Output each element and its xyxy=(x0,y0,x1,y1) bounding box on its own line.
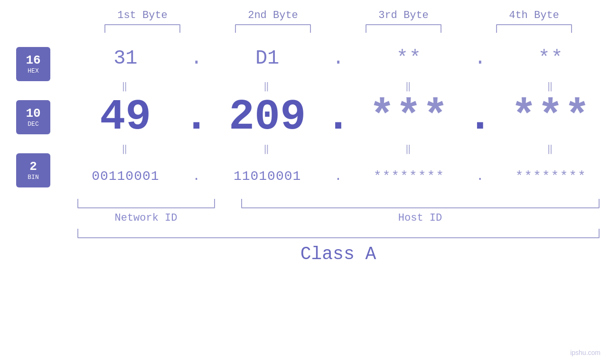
bin-value-1: 00110001 xyxy=(92,169,159,184)
full-bracket xyxy=(77,229,600,238)
hex-cell-4: ** xyxy=(492,47,610,70)
bin-value-4: ******** xyxy=(515,169,586,184)
bin-cell-3: ******** xyxy=(350,169,469,184)
hex-dot-1: . xyxy=(185,47,208,70)
badge-hex-number: 16 xyxy=(26,54,40,66)
equals-5: ‖ xyxy=(66,143,185,155)
hex-dot-3: . xyxy=(468,47,492,70)
equals-1: ‖ xyxy=(66,80,185,92)
hex-value-3: ** xyxy=(396,47,422,70)
byte-header-4: 4th Byte xyxy=(469,9,600,21)
bracket-line-1 xyxy=(104,24,180,33)
byte-header-2: 2nd Byte xyxy=(208,9,338,21)
badge-bin-label: BIN xyxy=(28,174,38,181)
badge-hex: 16 HEX xyxy=(16,47,50,81)
badges-column: 16 HEX 10 DEC 2 BIN xyxy=(0,37,66,197)
host-bracket xyxy=(241,199,600,208)
bracket-2 xyxy=(208,24,338,33)
bracket-4 xyxy=(469,24,600,33)
equals-4: ‖ xyxy=(492,80,610,92)
main-container: 1st Byte 2nd Byte 3rd Byte 4th Byte 16 H… xyxy=(0,0,610,364)
network-bracket xyxy=(77,199,215,208)
bracket-1 xyxy=(77,24,208,33)
top-brackets xyxy=(77,24,600,33)
dec-value-1: 49 xyxy=(100,93,151,141)
bin-cell-1: 00110001 xyxy=(66,169,185,184)
badge-hex-label: HEX xyxy=(28,67,38,75)
dec-cell-1: 49 xyxy=(66,93,185,141)
bracket-line-4 xyxy=(496,24,572,33)
bin-cell-4: ******** xyxy=(492,169,610,184)
dec-cell-2: 209 xyxy=(208,93,327,141)
equals-8: ‖ xyxy=(492,143,610,155)
bin-value-3: ******** xyxy=(374,169,445,184)
data-grid: 31 . D1 . ** . ** ‖ ‖ xyxy=(66,37,610,197)
labels-row: Network ID Host ID xyxy=(77,212,600,224)
equals-6: ‖ xyxy=(208,143,327,155)
byte-header-3: 3rd Byte xyxy=(338,9,469,21)
dec-dot-1: . xyxy=(185,93,208,141)
hex-row: 31 . D1 . ** . ** xyxy=(66,37,610,79)
watermark: ipshu.com xyxy=(570,349,601,356)
dec-dot-2: . xyxy=(327,93,350,141)
bracket-line-2 xyxy=(235,24,311,33)
bin-dot-2: . xyxy=(327,169,350,184)
network-id-label: Network ID xyxy=(77,212,215,224)
dec-dot-3: . xyxy=(468,93,492,141)
badge-dec-label: DEC xyxy=(28,121,38,128)
hex-cell-3: ** xyxy=(350,47,469,70)
hex-cell-1: 31 xyxy=(66,47,185,70)
equals-2: ‖ xyxy=(208,80,327,92)
dec-value-4: *** xyxy=(511,93,591,141)
dec-cell-4: *** xyxy=(492,93,610,141)
bin-dot-1: . xyxy=(185,169,208,184)
bin-cell-2: 11010001 xyxy=(208,169,327,184)
content-area: 16 HEX 10 DEC 2 BIN 31 . D1 xyxy=(0,37,610,197)
dec-row: 49 . 209 . *** . *** xyxy=(66,93,610,141)
bottom-brackets xyxy=(77,199,600,208)
hex-value-2: D1 xyxy=(255,47,279,70)
equals-row-1: ‖ ‖ ‖ ‖ xyxy=(66,79,610,93)
footer-bracket-row xyxy=(77,229,600,238)
bracket-line-3 xyxy=(366,24,441,33)
host-id-label: Host ID xyxy=(241,212,600,224)
bin-value-2: 11010001 xyxy=(234,169,301,184)
hex-dot-2: . xyxy=(327,47,350,70)
equals-3: ‖ xyxy=(350,80,469,92)
badge-dec-number: 10 xyxy=(26,107,40,120)
bracket-3 xyxy=(338,24,469,33)
hex-cell-2: D1 xyxy=(208,47,327,70)
badge-bin-number: 2 xyxy=(29,160,37,173)
badge-bin: 2 BIN xyxy=(16,153,50,187)
dec-value-3: *** xyxy=(369,93,449,141)
class-label: Class A xyxy=(0,244,610,264)
hex-value-4: ** xyxy=(538,47,563,70)
bin-row: 00110001 . 11010001 . ******** . *******… xyxy=(66,156,610,197)
equals-7: ‖ xyxy=(350,143,469,155)
bin-dot-3: . xyxy=(468,169,492,184)
byte-header-1: 1st Byte xyxy=(77,9,208,21)
dec-cell-3: *** xyxy=(350,93,469,141)
badge-dec: 10 DEC xyxy=(16,100,50,134)
equals-row-2: ‖ ‖ ‖ ‖ xyxy=(66,141,610,156)
hex-value-1: 31 xyxy=(113,47,137,70)
byte-headers: 1st Byte 2nd Byte 3rd Byte 4th Byte xyxy=(77,9,600,21)
dec-value-2: 209 xyxy=(229,93,306,141)
